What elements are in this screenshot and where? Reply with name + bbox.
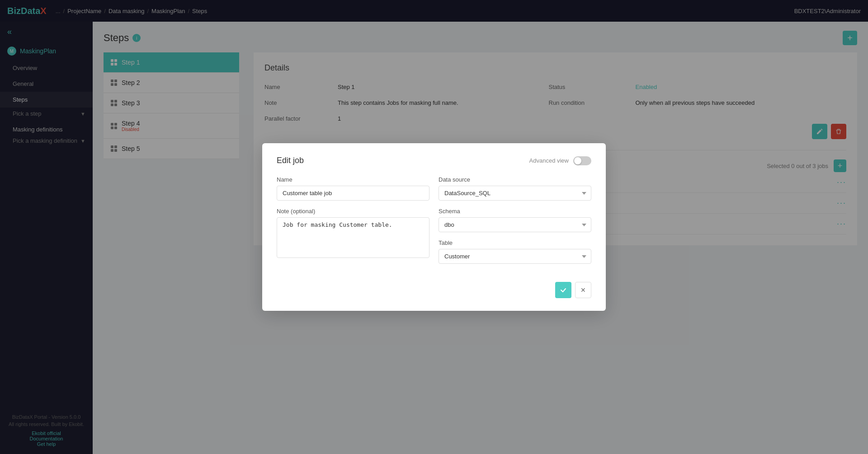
name-form-group: Name — [277, 176, 429, 201]
modal-note-input[interactable]: Job for masking Customer table. — [277, 217, 429, 258]
edit-job-modal: Edit job Advanced view Name Note (option… — [262, 143, 606, 311]
advanced-view-switch[interactable] — [573, 156, 591, 165]
note-form-group: Note (optional) Job for masking Customer… — [277, 208, 429, 259]
modal-overlay[interactable]: Edit job Advanced view Name Note (option… — [0, 0, 868, 454]
cancel-icon: ✕ — [580, 286, 586, 294]
modal-left-col: Name Note (optional) Job for masking Cus… — [277, 176, 429, 271]
modal-cancel-button[interactable]: ✕ — [575, 282, 591, 298]
modal-table-select[interactable]: Customer — [439, 249, 591, 264]
modal-name-label: Name — [277, 176, 429, 183]
modal-datasource-select[interactable]: DataSource_SQL — [439, 186, 591, 201]
modal-right-col: Data source DataSource_SQL Schema dbo Ta… — [439, 176, 591, 271]
modal-body: Name Note (optional) Job for masking Cus… — [277, 176, 591, 271]
advanced-view-label: Advanced view — [529, 157, 569, 164]
toggle-knob — [574, 157, 581, 164]
modal-header: Edit job Advanced view — [277, 156, 591, 165]
datasource-form-group: Data source DataSource_SQL — [439, 176, 591, 201]
modal-schema-label: Schema — [439, 208, 591, 215]
modal-footer: ✕ — [277, 282, 591, 298]
modal-title: Edit job — [277, 156, 304, 165]
schema-form-group: Schema dbo — [439, 208, 591, 232]
advanced-view-toggle: Advanced view — [529, 156, 591, 165]
modal-name-input[interactable] — [277, 186, 429, 201]
table-form-group: Table Customer — [439, 239, 591, 264]
modal-note-label: Note (optional) — [277, 208, 429, 215]
modal-schema-select[interactable]: dbo — [439, 217, 591, 232]
modal-datasource-label: Data source — [439, 176, 591, 183]
modal-confirm-button[interactable] — [555, 282, 571, 298]
modal-table-label: Table — [439, 239, 591, 246]
